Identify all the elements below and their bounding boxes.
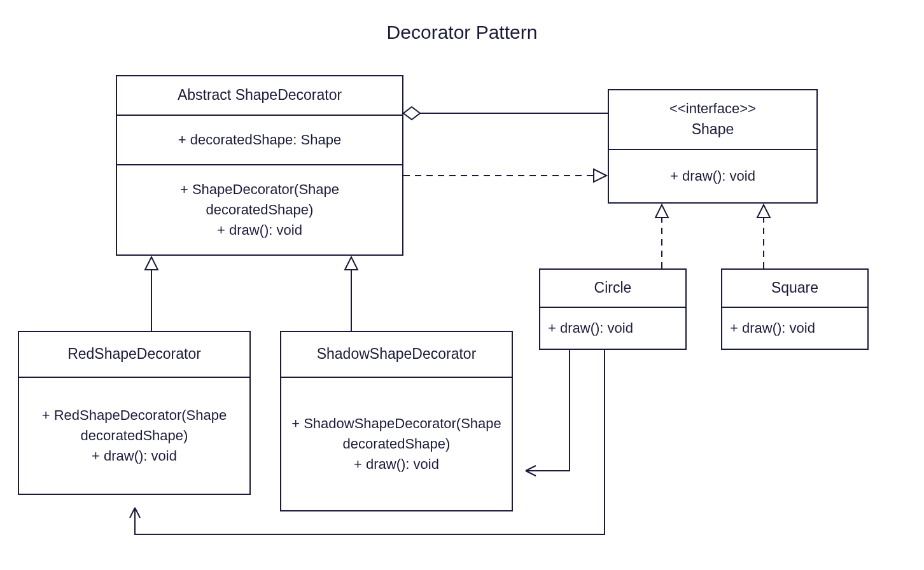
class-name: Shape — [617, 119, 809, 140]
realization-circle-shape — [655, 205, 668, 268]
class-attribute: + decoratedShape: Shape — [125, 130, 395, 150]
diagram-title: Decorator Pattern — [0, 22, 924, 43]
class-op: + draw(): void — [617, 166, 809, 186]
class-op: + ShadowShapeDecorator(Shape decoratedSh… — [289, 414, 504, 454]
class-shadow-shape-decorator: ShadowShapeDecorator + ShadowShapeDecora… — [280, 331, 513, 511]
class-name: Circle — [548, 277, 678, 298]
class-red-shape-decorator: RedShapeDecorator + RedShapeDecorator(Sh… — [18, 331, 251, 495]
generalization-shadow-shapedecorator — [345, 257, 358, 331]
class-op: + draw(): void — [289, 454, 504, 475]
class-name: ShadowShapeDecorator — [289, 344, 504, 365]
class-op: + draw(): void — [548, 318, 678, 338]
class-name: RedShapeDecorator — [27, 344, 242, 365]
class-name: Square — [730, 277, 860, 298]
aggregation-shapedecorator-shape — [403, 107, 608, 120]
realization-square-shape — [757, 205, 770, 268]
assoc-circle-shadow — [526, 350, 570, 476]
class-op: + ShapeDecorator(Shape decoratedShape) — [125, 179, 395, 220]
class-square: Square + draw(): void — [721, 268, 869, 350]
class-op: + draw(): void — [27, 446, 242, 466]
class-name: Abstract ShapeDecorator — [125, 85, 395, 106]
diagram-canvas: Decorator Pattern Abstract ShapeDecorato… — [0, 0, 924, 570]
class-shape-decorator: Abstract ShapeDecorator + decoratedShape… — [116, 75, 403, 256]
stereotype: <<interface>> — [617, 99, 809, 119]
class-shape-interface: <<interface>> Shape + draw(): void — [608, 89, 818, 204]
class-op: + draw(): void — [730, 318, 860, 338]
generalization-red-shapedecorator — [145, 257, 158, 331]
class-circle: Circle + draw(): void — [539, 268, 687, 350]
class-op: + draw(): void — [125, 220, 395, 240]
realization-shapedecorator-shape — [403, 169, 606, 182]
class-op: + RedShapeDecorator(Shape decoratedShape… — [27, 405, 242, 446]
